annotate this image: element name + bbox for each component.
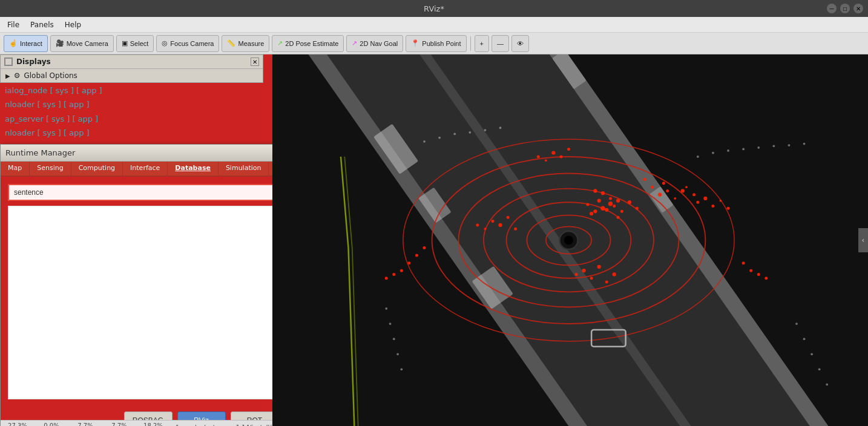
menu-help[interactable]: Help [60,19,86,30]
menu-panels[interactable]: Panels [25,19,59,30]
svg-point-80 [469,131,471,134]
svg-point-66 [400,269,403,272]
svg-point-87 [757,146,760,149]
focus-camera-tool[interactable]: ◎ Focus Camera [156,35,219,52]
interact-tool[interactable]: ☝ Interact [4,35,48,52]
sys-link[interactable]: sys [56,84,68,97]
svg-point-90 [803,143,806,145]
collapse-arrow[interactable]: ‹ [858,228,868,252]
tab-database[interactable]: Database [168,162,219,175]
app-link[interactable]: app [82,84,96,97]
svg-point-30 [593,189,597,192]
select-icon: ▣ [122,39,128,47]
tab-map[interactable]: Map [1,162,30,175]
svg-point-12 [564,235,573,244]
pose-estimate-tool[interactable]: ↗ 2D Pose Estimate [272,35,344,52]
rm-database-content: Query [1,177,272,407]
sys-link[interactable]: sys [43,97,56,111]
svg-point-42 [703,197,707,200]
svg-point-64 [415,254,418,257]
svg-point-62 [537,155,540,158]
title-bar: RViz* ─ □ ✕ [0,0,868,17]
svg-point-32 [651,186,654,189]
svg-point-22 [597,199,601,203]
list-item: nloader [ sys ] [ app ] [5,126,102,140]
svg-point-36 [674,197,676,200]
svg-point-35 [666,189,669,192]
sys-link[interactable]: sys [51,112,64,126]
close-button[interactable]: ✕ [853,4,863,13]
tab-status[interactable]: Status [269,162,272,175]
svg-point-46 [582,269,585,272]
rm-results-area [8,206,272,399]
publish-point-tool[interactable]: 📍 Publish Point [406,35,466,52]
rm-search-row: Query [8,184,272,201]
progress-item-1: 27.3% [5,422,30,427]
tab-computing[interactable]: Computing [71,162,123,175]
remove-tool[interactable]: — [492,35,509,52]
tab-sensing[interactable]: Sensing [30,162,71,175]
main-area: ialog_node [ sys ] [ app ] nloader [ sys… [0,54,868,426]
app-link[interactable]: app [78,112,93,126]
eye-tool[interactable]: 👁 [511,35,529,52]
measure-tool[interactable]: 📏 Measure [222,35,269,52]
rm-title-bar: Runtime Manager ─ □ ✕ [1,145,272,162]
sys-link[interactable]: sys [43,126,56,140]
svg-point-53 [498,223,502,227]
svg-point-40 [685,186,688,188]
svg-point-77 [423,140,426,143]
svg-point-67 [392,273,395,276]
app-link[interactable]: app [69,126,84,140]
svg-point-48 [597,265,601,269]
menu-file[interactable]: File [2,19,24,30]
menu-bar: File Panels Help [0,17,868,33]
svg-point-29 [586,203,589,206]
svg-point-69 [742,261,745,264]
select-tool[interactable]: ▣ Select [116,35,154,52]
progress-item-4: 7.7% [107,422,131,427]
svg-point-68 [385,277,388,280]
svg-point-55 [491,220,494,223]
svg-point-70 [749,269,752,272]
svg-point-52 [507,216,510,219]
svg-point-99 [818,368,821,370]
svg-point-72 [764,277,768,280]
svg-point-96 [795,323,798,325]
svg-point-45 [727,207,730,210]
progress-item-3: 7.7% [73,422,97,427]
svg-point-20 [605,208,608,212]
svg-point-47 [590,277,593,280]
rviz-canvas [272,54,868,426]
svg-point-21 [613,205,616,208]
global-options-item[interactable]: ▶ ⚙ Global Options [1,69,263,82]
svg-point-27 [617,216,620,219]
displays-close-button[interactable]: ✕ [251,57,259,66]
runtime-manager: Runtime Manager ─ □ ✕ Map Sensing Comput… [0,144,272,426]
cursor-icon: ☝ [9,39,18,47]
svg-point-49 [575,273,578,276]
svg-point-28 [628,200,631,204]
svg-point-81 [484,129,487,131]
toolbar: ☝ Interact 🎥 Move Camera ▣ Select ◎ Focu… [0,33,868,54]
rm-search-input[interactable] [8,184,272,201]
svg-point-60 [567,148,570,151]
svg-point-59 [551,151,555,155]
svg-point-78 [438,137,441,139]
svg-point-86 [742,148,745,151]
svg-point-65 [407,261,410,264]
rviz-viewport[interactable]: ‹ [272,54,868,426]
svg-point-91 [385,307,387,310]
nav-goal-tool[interactable]: ↗ 2D Nav Goal [346,35,403,52]
svg-point-82 [499,126,502,129]
svg-point-24 [590,212,593,215]
svg-point-95 [400,368,403,370]
add-tool[interactable]: + [475,35,489,52]
tab-interface[interactable]: Interface [123,162,168,175]
move-camera-tool[interactable]: 🎥 Move Camera [50,35,114,52]
displays-header: Displays ✕ [1,55,263,69]
maximize-button[interactable]: □ [840,4,850,13]
app-link[interactable]: app [69,97,84,111]
minimize-button[interactable]: ─ [827,4,837,13]
tab-simulation[interactable]: Simulation [219,162,269,175]
svg-point-83 [697,156,699,158]
